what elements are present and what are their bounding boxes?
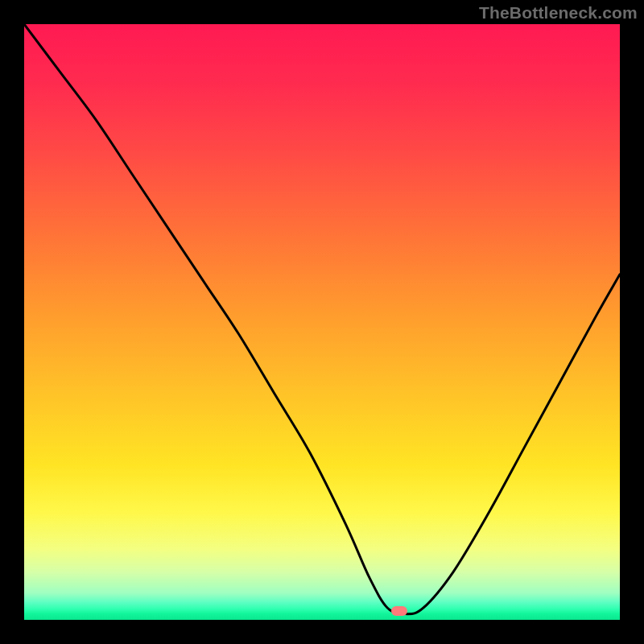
plot-area — [24, 24, 620, 620]
chart-frame: TheBottleneck.com — [0, 0, 644, 644]
curve-path — [24, 24, 620, 614]
bottleneck-curve — [24, 24, 620, 620]
optimal-point-marker — [391, 606, 407, 616]
watermark-text: TheBottleneck.com — [479, 3, 638, 23]
